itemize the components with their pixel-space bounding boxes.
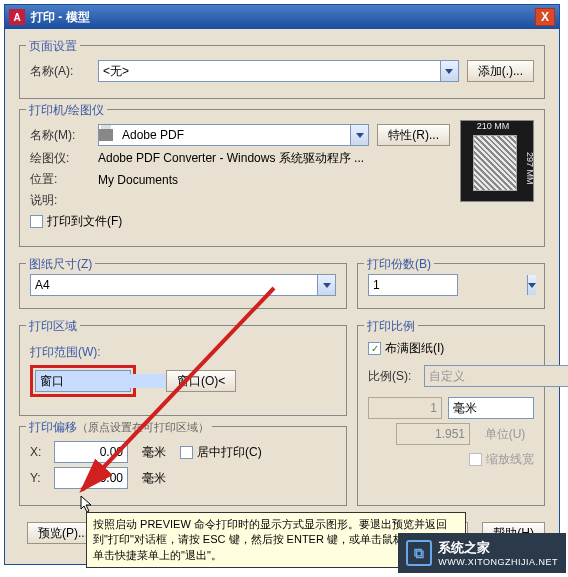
offset-x-label: X: (30, 445, 48, 459)
location-label: 位置: (30, 171, 92, 188)
scale-unit-combo[interactable] (448, 397, 534, 419)
close-button[interactable]: X (535, 8, 555, 26)
fit-to-paper-label: 布满图纸(I) (385, 340, 444, 357)
printer-name-input[interactable] (118, 128, 350, 142)
copies-spinner[interactable] (368, 274, 458, 296)
copies-legend: 打印份数(B) (364, 256, 434, 273)
page-setup-group: 页面设置 名称(A): 添加(.)... (19, 45, 545, 99)
plot-range-label: 打印范围(W): (30, 344, 336, 361)
add-button[interactable]: 添加(.)... (467, 60, 534, 82)
watermark-url: WWW.XITONGZHIJIA.NET (438, 557, 558, 567)
center-plot-label: 居中打印(C) (197, 444, 262, 461)
location-value: My Documents (98, 173, 178, 187)
page-setup-name-input[interactable] (99, 64, 440, 78)
plotter-label: 绘图仪: (30, 150, 92, 167)
printer-name-combo[interactable] (98, 124, 369, 146)
plotter-value: Adobe PDF Converter - Windows 系统驱动程序 ... (98, 150, 364, 167)
paper-height-label: 297 MM (525, 135, 535, 201)
paper-size-combo[interactable] (30, 274, 336, 296)
watermark-logo-icon: ⧉ (406, 540, 432, 566)
plot-range-combo[interactable] (35, 370, 131, 392)
offset-y-label: Y: (30, 471, 48, 485)
checkbox-icon (469, 453, 482, 466)
scale-units-label: 单位(U) (476, 426, 534, 443)
printer-group: 打印机/绘图仪 名称(M): 特性(R)... 绘图仪: Ado (19, 109, 545, 247)
paper-size-legend: 图纸尺寸(Z) (26, 256, 95, 273)
chevron-down-icon[interactable] (440, 61, 458, 81)
printer-name-label: 名称(M): (30, 127, 92, 144)
properties-button[interactable]: 特性(R)... (377, 124, 450, 146)
plot-scale-group: 打印比例 ✓ 布满图纸(I) 比例(S): (357, 325, 545, 506)
watermark: ⧉ 系统之家 WWW.XITONGZHIJIA.NET (398, 533, 566, 573)
scale-unit-input[interactable] (449, 401, 568, 415)
page-setup-name-label: 名称(A): (30, 63, 92, 80)
plot-scale-legend: 打印比例 (364, 318, 418, 335)
print-to-file-checkbox[interactable]: 打印到文件(F) (30, 213, 122, 230)
titlebar: A 打印 - 模型 X (5, 5, 559, 29)
description-label: 说明: (30, 192, 92, 209)
print-to-file-label: 打印到文件(F) (47, 213, 122, 230)
print-dialog: A 打印 - 模型 X 页面设置 名称(A): 添加(.)... 打印机/绘图仪 (4, 4, 560, 565)
plot-offset-legend: 打印偏移（原点设置在可打印区域） (26, 419, 212, 436)
window-title: 打印 - 模型 (31, 9, 535, 26)
plot-area-group: 打印区域 打印范围(W): 窗口(O)< (19, 325, 347, 416)
offset-x-input[interactable] (54, 441, 128, 463)
printer-icon (99, 129, 113, 141)
checkbox-checked-icon: ✓ (368, 342, 381, 355)
scale-lineweights-checkbox: 缩放线宽 (418, 451, 534, 468)
scale-input (425, 369, 568, 383)
paper-size-group: 图纸尺寸(Z) (19, 263, 347, 309)
page-setup-name-combo[interactable] (98, 60, 459, 82)
plot-offset-group: 打印偏移（原点设置在可打印区域） X: 毫米 居中打印(C) Y: (19, 426, 347, 506)
paper-width-label: 210 MM (461, 121, 525, 131)
offset-y-unit: 毫米 (142, 470, 166, 487)
paper-preview: 210 MM 297 MM (460, 120, 534, 202)
spinner-buttons[interactable] (527, 275, 536, 295)
offset-y-input[interactable] (54, 467, 128, 489)
printer-legend: 打印机/绘图仪 (26, 102, 107, 119)
copies-group: 打印份数(B) (357, 263, 545, 309)
watermark-name: 系统之家 (438, 539, 558, 557)
center-plot-checkbox[interactable]: 居中打印(C) (180, 444, 262, 461)
fit-to-paper-checkbox[interactable]: ✓ 布满图纸(I) (368, 340, 534, 357)
scale-combo (424, 365, 568, 387)
scale-label: 比例(S): (368, 368, 418, 385)
checkbox-icon (30, 215, 43, 228)
paper-size-input[interactable] (31, 278, 317, 292)
copies-input[interactable] (369, 278, 527, 292)
scale-mm-input (368, 397, 442, 419)
offset-x-unit: 毫米 (142, 444, 166, 461)
app-icon: A (9, 9, 25, 25)
chevron-down-icon[interactable] (350, 125, 368, 145)
window-pick-button[interactable]: 窗口(O)< (166, 370, 236, 392)
highlight-box (30, 365, 136, 397)
plot-area-legend: 打印区域 (26, 318, 80, 335)
scale-lineweights-label: 缩放线宽 (486, 451, 534, 468)
paper-sheet-icon (473, 135, 517, 191)
checkbox-icon (180, 446, 193, 459)
chevron-down-icon[interactable] (317, 275, 335, 295)
scale-units-input (396, 423, 470, 445)
page-setup-legend: 页面设置 (26, 38, 80, 55)
